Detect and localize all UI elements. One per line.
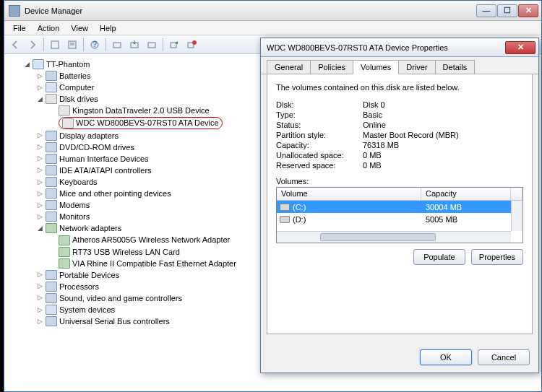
expand-icon[interactable]: ▷ (36, 294, 44, 302)
maximize-button[interactable]: ☐ (497, 4, 517, 17)
value-capacity: 76318 MB (363, 141, 523, 149)
label-reserved: Reserved space: (276, 161, 363, 170)
expand-icon[interactable]: ▷ (36, 201, 44, 209)
drive-icon (280, 204, 290, 211)
horizontal-scrollbar[interactable] (277, 231, 511, 243)
label-unallocated: Unallocated space: (276, 151, 363, 160)
value-reserved: 0 MB (363, 161, 523, 170)
col-volume[interactable]: Volume (277, 188, 421, 200)
collapse-icon[interactable]: ◢ (36, 95, 44, 103)
vertical-scrollbar[interactable] (511, 201, 522, 231)
label-volumes: Volumes: (276, 177, 523, 186)
sound-icon (46, 293, 57, 303)
app-icon (9, 5, 20, 17)
properties-dialog: WDC WD800BEVS-07RST0 ATA Device Properti… (260, 38, 539, 373)
tab-general[interactable]: General (267, 60, 311, 74)
expand-icon[interactable]: ▷ (36, 143, 44, 151)
window-title: Device Manager (23, 6, 476, 15)
disk-icon (46, 94, 57, 104)
dialog-close-button[interactable]: ✕ (505, 41, 535, 54)
ide-icon (46, 165, 57, 175)
col-scroll-spacer (511, 188, 522, 200)
mouse-icon (46, 188, 57, 199)
scan-hardware-button[interactable] (109, 38, 125, 52)
ok-button[interactable]: OK (420, 349, 472, 365)
drive-icon (280, 216, 290, 223)
expand-icon[interactable]: ▷ (36, 166, 44, 174)
hid-icon (46, 154, 57, 164)
display-icon (46, 131, 57, 141)
populate-button[interactable]: Populate (413, 249, 465, 265)
expand-icon[interactable]: ▷ (36, 213, 44, 221)
table-row[interactable]: (D:) 5005 MB (277, 213, 522, 225)
help-button[interactable]: ? (87, 38, 103, 52)
expand-icon[interactable]: ▷ (36, 190, 44, 198)
tab-policies[interactable]: Policies (310, 60, 353, 74)
drive-icon (62, 118, 74, 129)
tab-driver[interactable]: Driver (398, 60, 435, 74)
close-button[interactable]: ✕ (518, 4, 538, 17)
svg-rect-8 (148, 43, 155, 48)
label-status: Status: (276, 121, 363, 129)
uninstall-button[interactable] (144, 38, 160, 52)
cancel-button[interactable]: Cancel (478, 349, 530, 365)
menu-view[interactable]: View (65, 22, 94, 34)
svg-text:?: ? (93, 40, 97, 48)
update-driver-button[interactable] (126, 38, 142, 52)
enable-button[interactable] (166, 38, 182, 52)
drive-icon (59, 105, 70, 116)
collapse-icon[interactable]: ◢ (23, 61, 31, 69)
monitor-icon (46, 212, 57, 222)
menu-action[interactable]: Action (32, 22, 66, 34)
label-capacity: Capacity: (276, 141, 363, 149)
svg-rect-6 (113, 43, 121, 48)
expand-icon[interactable]: ▷ (36, 306, 44, 314)
forward-button[interactable] (25, 38, 40, 52)
battery-icon (46, 71, 57, 81)
dialog-title: WDC WD800BEVS-07RST0 ATA Device Properti… (264, 43, 505, 52)
cpu-icon (46, 282, 57, 292)
expand-icon[interactable]: ▷ (36, 318, 44, 326)
cell-volume: (D:) (293, 215, 306, 224)
label-partition-style: Partition style: (276, 131, 363, 139)
collapse-icon[interactable]: ◢ (36, 225, 44, 232)
dvd-icon (46, 142, 57, 152)
expand-icon[interactable]: ▷ (36, 84, 44, 92)
expand-icon[interactable]: ▷ (36, 178, 44, 186)
expand-icon[interactable]: ▷ (36, 131, 44, 139)
value-unallocated: 0 MB (363, 151, 523, 160)
keyboard-icon (46, 177, 57, 187)
adapter-icon (59, 235, 70, 245)
table-row[interactable]: (C:) 30004 MB (277, 201, 522, 213)
portable-icon (46, 270, 57, 280)
cell-capacity: 30004 MB (421, 203, 511, 212)
expand-icon[interactable]: ▷ (36, 282, 44, 290)
disable-button[interactable] (184, 38, 199, 52)
value-disk: Disk 0 (363, 100, 523, 109)
expand-icon[interactable]: ▷ (36, 271, 44, 279)
table-header: Volume Capacity (277, 188, 522, 201)
scrollbar-thumb[interactable] (320, 233, 436, 241)
label-disk: Disk: (276, 100, 363, 109)
expand-icon[interactable]: ▷ (36, 154, 44, 162)
properties-button[interactable] (64, 38, 80, 52)
computer-icon (46, 82, 57, 92)
back-button[interactable] (7, 38, 23, 52)
tab-volumes[interactable]: Volumes (353, 60, 399, 74)
modem-icon (46, 200, 57, 210)
properties-button[interactable]: Properties (471, 249, 523, 265)
expand-icon[interactable]: ▷ (36, 72, 44, 80)
show-hide-tree-button[interactable] (47, 38, 63, 52)
dialog-titlebar[interactable]: WDC WD800BEVS-07RST0 ATA Device Properti… (261, 38, 538, 57)
menu-file[interactable]: File (7, 22, 32, 34)
col-capacity[interactable]: Capacity (421, 188, 511, 200)
network-icon (46, 223, 57, 233)
tabstrip: General Policies Volumes Driver Details (261, 57, 538, 74)
menu-help[interactable]: Help (94, 22, 122, 34)
value-type: Basic (363, 110, 523, 119)
tab-details[interactable]: Details (435, 60, 476, 74)
minimize-button[interactable]: — (476, 4, 496, 17)
adapter-icon (59, 247, 70, 257)
volumes-table[interactable]: Volume Capacity (C:) 30004 MB (D:) 5005 … (276, 187, 523, 243)
titlebar[interactable]: Device Manager — ☐ ✕ (4, 1, 541, 21)
